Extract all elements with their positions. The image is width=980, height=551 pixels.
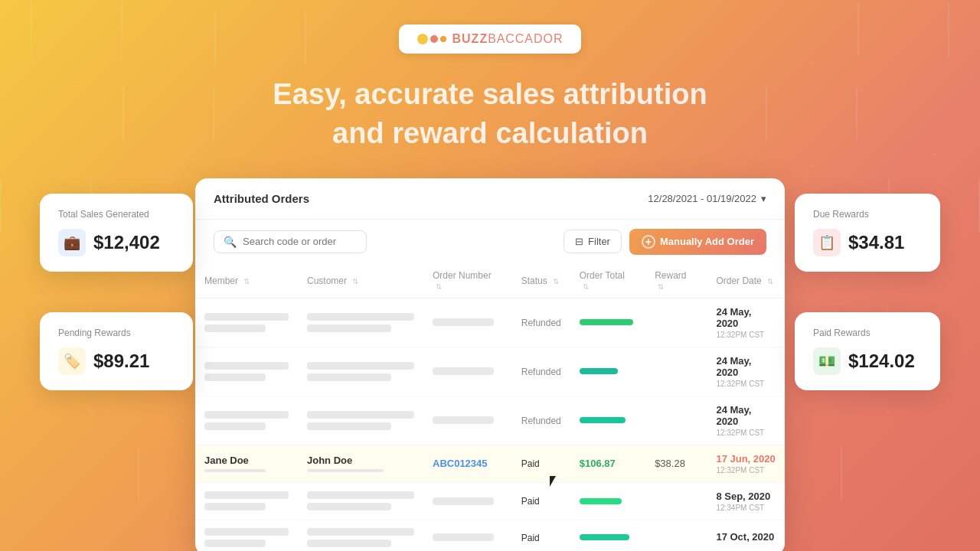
cell-order-total	[570, 396, 645, 445]
search-box[interactable]: 🔍	[214, 230, 367, 253]
cell-member: Jane Doe	[195, 445, 298, 482]
col-status: Status ⇅	[512, 264, 570, 298]
cell-status: Paid	[512, 445, 570, 482]
chevron-down-icon: ▾	[761, 193, 766, 204]
table-row: Refunded 24 May, 202012:32PM CST	[195, 347, 785, 396]
cell-date: 17 Oct, 2020	[707, 520, 785, 551]
cell-order-number	[423, 482, 512, 520]
cell-customer: John Doe	[298, 445, 423, 482]
pending-rewards-amount: $89.21	[93, 350, 149, 372]
filter-label: Filter	[588, 236, 610, 247]
plus-circle-icon: +	[642, 235, 655, 249]
due-rewards-card: Due Rewards 📋 $34.81	[795, 194, 940, 272]
add-order-button[interactable]: + Manually Add Order	[629, 229, 766, 255]
total-sales-amount: $12,402	[93, 232, 160, 253]
cell-order-total	[570, 520, 645, 551]
paid-rewards-value-row: 💵 $124.02	[813, 347, 922, 375]
cell-customer	[298, 396, 423, 445]
cell-order-total: $106.87	[570, 445, 645, 482]
cell-member	[195, 520, 298, 551]
cell-date: 17 Jun, 202012:32PM CST	[707, 445, 785, 482]
cell-order-total	[570, 347, 645, 396]
logo-icon	[417, 34, 446, 44]
cell-reward	[645, 396, 707, 445]
logo-text: BUZZBАССADOR	[452, 32, 564, 46]
cell-status: Paid	[512, 520, 570, 551]
due-rewards-icon: 📋	[813, 229, 841, 256]
cell-status: Refunded	[512, 298, 570, 347]
cell-date: 8 Sep, 202012:34PM CST	[707, 482, 785, 520]
table-body: Refunded 24 May, 202012:32PM CST Refunde…	[195, 298, 785, 551]
cell-order-total	[570, 482, 645, 520]
cell-date: 24 May, 202012:32PM CST	[707, 298, 785, 347]
cell-date: 24 May, 202012:32PM CST	[707, 347, 785, 396]
orders-table-wrap: Member ⇅ Customer ⇅ Order Number ⇅ Statu…	[195, 264, 785, 551]
paid-rewards-title: Paid Rewards	[813, 328, 922, 338]
add-order-label: Manually Add Order	[660, 236, 754, 247]
panel-title: Attributed Orders	[214, 192, 309, 205]
table-header: Member ⇅ Customer ⇅ Order Number ⇅ Statu…	[195, 264, 785, 298]
filter-button[interactable]: ⊟ Filter	[564, 230, 622, 253]
hero-section: Easy, accurate sales attribution and rew…	[0, 75, 980, 154]
cell-member	[195, 396, 298, 445]
total-sales-icon: 💼	[58, 229, 86, 256]
cell-order-number	[423, 520, 512, 551]
total-sales-title: Total Sales Generated	[58, 209, 175, 220]
col-order-number: Order Number ⇅	[423, 264, 512, 298]
col-customer: Customer ⇅	[298, 264, 423, 298]
orders-table: Member ⇅ Customer ⇅ Order Number ⇅ Statu…	[195, 264, 785, 551]
panel-toolbar: 🔍 ⊟ Filter + Manually Add Order	[195, 220, 785, 264]
cell-order-number	[423, 396, 512, 445]
col-member: Member ⇅	[195, 264, 298, 298]
cell-reward	[645, 520, 707, 551]
attributed-orders-panel: Attributed Orders 12/28/2021 - 01/19/202…	[195, 178, 785, 551]
cell-member	[195, 347, 298, 396]
cell-member	[195, 482, 298, 520]
cell-order-number	[423, 298, 512, 347]
cell-date: 24 May, 202012:32PM CST	[707, 396, 785, 445]
paid-rewards-amount: $124.02	[848, 350, 915, 372]
cell-customer	[298, 298, 423, 347]
filter-icon: ⊟	[575, 236, 583, 247]
col-order-date: Order Date ⇅	[707, 264, 785, 298]
col-reward: Reward ⇅	[645, 264, 707, 298]
pending-rewards-title: Pending Rewards	[58, 328, 175, 338]
cell-order-number	[423, 347, 512, 396]
logo-bold: BUZZ	[452, 32, 488, 45]
cell-status: Paid	[512, 482, 570, 520]
toolbar-right: ⊟ Filter + Manually Add Order	[564, 229, 766, 255]
table-row: Refunded 24 May, 202012:32PM CST	[195, 396, 785, 445]
cell-customer	[298, 482, 423, 520]
col-order-total: Order Total ⇅	[570, 264, 645, 298]
cell-status: Refunded	[512, 347, 570, 396]
total-sales-value-row: 💼 $12,402	[58, 229, 175, 256]
pending-rewards-icon: 🏷️	[58, 347, 86, 375]
cell-reward: $38.28	[645, 445, 707, 482]
cell-member	[195, 298, 298, 347]
date-range-label: 12/28/2021 - 01/19/2022	[648, 193, 756, 204]
logo-bar: BUZZBАССADOR	[0, 0, 980, 54]
date-range-selector[interactable]: 12/28/2021 - 01/19/2022 ▾	[648, 193, 766, 204]
cell-reward	[645, 347, 707, 396]
search-input[interactable]	[243, 236, 357, 247]
search-icon: 🔍	[224, 236, 237, 248]
total-sales-card: Total Sales Generated 💼 $12,402	[40, 194, 193, 272]
panel-header: Attributed Orders 12/28/2021 - 01/19/202…	[195, 178, 785, 220]
table-row: Paid 8 Sep, 202012:34PM CST	[195, 482, 785, 520]
cell-customer	[298, 520, 423, 551]
hero-title: Easy, accurate sales attribution and rew…	[0, 75, 980, 154]
pending-rewards-value-row: 🏷️ $89.21	[58, 347, 175, 375]
content-area: Total Sales Generated 💼 $12,402 Pending …	[0, 178, 980, 551]
cell-order-total	[570, 298, 645, 347]
table-row-highlighted: Jane Doe John Doe ABC012345 Paid $106.87…	[195, 445, 785, 482]
cell-order-number: ABC012345	[423, 445, 512, 482]
due-rewards-amount: $34.81	[848, 232, 904, 253]
cell-status: Refunded	[512, 396, 570, 445]
pending-rewards-card: Pending Rewards 🏷️ $89.21	[40, 312, 193, 390]
paid-rewards-icon: 💵	[813, 347, 841, 375]
logo-dot-orange	[440, 36, 446, 42]
due-rewards-title: Due Rewards	[813, 209, 922, 220]
due-rewards-value-row: 📋 $34.81	[813, 229, 922, 256]
paid-rewards-card: Paid Rewards 💵 $124.02	[795, 312, 940, 390]
table-row: Paid 17 Oct, 2020	[195, 520, 785, 551]
